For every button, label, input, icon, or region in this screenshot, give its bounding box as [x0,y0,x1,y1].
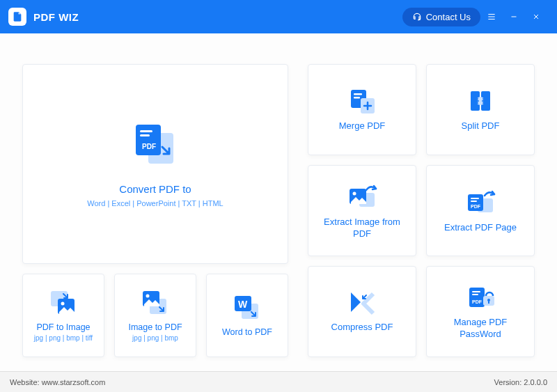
svg-rect-16 [354,97,360,99]
convert-pdf-subtitle: Word | Excel | PowerPoint | TXT | HTML [87,199,223,207]
pdf-to-image-icon [48,289,79,317]
card-label: Merge PDF [339,120,385,132]
word-to-pdf-icon: W [232,294,262,322]
compress-icon [348,290,376,316]
contact-us-button[interactable]: Contact Us [402,8,480,26]
pdf-to-image-card[interactable]: PDF to Image jpg | png | bmp | tiff [22,274,104,357]
extract-page-icon: PDF [464,187,497,217]
menu-button[interactable] [480,6,503,28]
svg-rect-26 [471,198,479,199]
svg-rect-30 [472,291,480,292]
app-title: PDF WIZ [33,11,79,23]
password-icon: PDF [465,283,496,311]
card-label: Word to PDF [222,327,272,337]
card-label: PDF to Image [36,322,90,332]
card-sub: jpg | png | bmp [132,334,178,342]
card-label: Extract Image from PDF [314,217,410,240]
app-logo-icon [8,8,26,26]
extract-pdf-page-card[interactable]: PDF Extract PDF Page [426,165,535,256]
main-area: PDF Convert PDF to Word | Excel | PowerP… [0,33,557,371]
convert-pdf-card[interactable]: PDF Convert PDF to Word | Excel | PowerP… [22,64,288,264]
svg-rect-31 [472,294,478,295]
card-label: Image to PDF [128,322,182,332]
card-label: Split PDF [462,120,500,132]
contact-us-label: Contact Us [426,12,471,22]
menu-icon [487,12,496,22]
svg-point-7 [61,302,65,306]
svg-text:PDF: PDF [471,204,481,209]
minimize-button[interactable] [503,6,525,28]
svg-rect-27 [471,201,477,202]
convert-pdf-icon: PDF [129,120,182,169]
card-sub: jpg | png | bmp | tiff [34,334,93,342]
convert-pdf-title: Convert PDF to [119,183,191,195]
headset-icon [412,12,422,22]
svg-rect-1 [136,125,161,155]
merge-pdf-icon [347,87,377,115]
minimize-icon [510,13,518,21]
svg-rect-3 [140,134,150,136]
svg-rect-35 [488,301,489,304]
title-bar: PDF WIZ Contact Us [0,0,557,33]
extract-image-icon [345,182,379,211]
svg-text:PDF: PDF [142,143,156,150]
svg-point-23 [353,191,356,195]
close-button[interactable] [525,6,547,28]
card-label: Compress PDF [331,322,393,334]
split-pdf-icon [465,87,496,115]
svg-rect-15 [354,93,362,95]
svg-text:W: W [238,299,248,310]
extract-image-card[interactable]: Extract Image from PDF [308,165,416,256]
version-label: Version: [494,378,522,386]
word-to-pdf-card[interactable]: W Word to PDF [206,274,288,357]
svg-text:PDF: PDF [472,299,483,304]
close-icon [532,13,540,21]
card-label: Extract PDF Page [444,222,517,234]
status-bar: Website: www.starzsoft.com Version: 2.0.… [0,371,557,392]
manage-password-card[interactable]: PDF Manage PDF PassWord [426,266,535,357]
svg-rect-2 [140,130,152,132]
website-value: www.starzsoft.com [42,378,106,386]
image-to-pdf-card[interactable]: Image to PDF jpg | png | bmp [114,274,196,357]
image-to-pdf-icon [140,289,171,317]
split-pdf-card[interactable]: Split PDF [426,64,535,155]
card-label: Manage PDF PassWord [432,317,528,340]
svg-point-10 [146,295,150,298]
version-value: 2.0.0.0 [524,378,547,386]
website-label: Website: [10,378,40,386]
compress-pdf-card[interactable]: Compress PDF [308,266,416,357]
merge-pdf-card[interactable]: Merge PDF [308,64,416,155]
